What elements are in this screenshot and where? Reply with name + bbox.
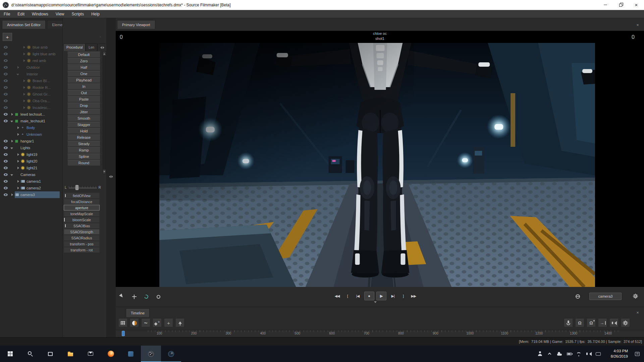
timeline-close-icon[interactable]: × [635,310,640,315]
visibility-eye-icon[interactable] [2,64,9,71]
timeline-tool-button[interactable] [587,319,596,327]
visibility-eye-icon[interactable] [2,144,9,151]
close-button[interactable]: × [629,0,644,10]
collapse-right-icon[interactable] [111,175,114,178]
taskbar-app-button[interactable] [121,346,141,362]
tree-item[interactable]: Oba Ora... [0,98,62,104]
timeline-tool-button[interactable] [575,319,584,327]
transport-caret-icon[interactable] [374,301,377,304]
splitter-collapse-icons[interactable] [107,174,115,179]
visibility-eye-icon[interactable] [2,111,9,118]
timeline-tool-button[interactable] [118,319,127,327]
visibility-eye-icon[interactable] [2,118,9,124]
taskbar-app-button[interactable] [40,346,60,362]
visibility-eye-icon[interactable] [2,138,9,144]
taskbar-app-button[interactable] [161,346,181,362]
transport-button[interactable]: ▶▶ [410,292,418,300]
menu-item[interactable]: View [52,10,68,18]
preset-button[interactable]: Ramp [67,147,100,153]
expand-arrow-icon[interactable] [21,46,26,49]
preset-button[interactable]: In [67,83,100,89]
attribute-row[interactable]: focalDistance [64,199,100,204]
tray-icon[interactable] [584,346,593,362]
visibility-eye-icon[interactable] [2,185,9,191]
tree-item[interactable]: light19 [0,151,62,158]
timeline-tool-button[interactable] [164,319,173,327]
taskbar-app-button[interactable] [20,346,40,362]
expand-arrow-icon[interactable] [21,59,26,62]
expand-arrow-icon[interactable] [9,120,14,122]
visibility-eye-icon[interactable] [2,178,9,185]
expand-arrow-icon[interactable] [9,193,14,196]
maximize-button[interactable] [613,0,629,10]
preset-button[interactable]: Paste [67,96,100,102]
visibility-eye-icon[interactable] [2,44,9,51]
visibility-eye-icon[interactable] [2,158,9,165]
transport-button[interactable]: |◀ [354,292,362,300]
attribute-row[interactable]: aperture [64,205,100,210]
presets-scrollbar[interactable] [103,51,106,174]
scroll-down-icon[interactable] [103,170,106,174]
visibility-eye-icon[interactable] [2,98,9,104]
tree-item[interactable]: red amb [0,57,62,64]
camera-selector[interactable]: camera3 [589,293,622,300]
visibility-eye-icon[interactable] [2,71,9,77]
visibility-eye-icon[interactable] [2,51,9,57]
viewport-tool-button[interactable] [118,292,126,301]
visibility-eye-icon[interactable] [2,151,9,158]
menu-item[interactable]: Help [88,10,103,18]
preset-button[interactable]: Hold [67,128,100,134]
expand-arrow-icon[interactable] [15,133,20,136]
tree-item[interactable]: Unknown [0,131,62,138]
transport-button[interactable]: ▶| [389,292,397,300]
expand-arrow-icon[interactable] [9,147,14,149]
menu-item[interactable]: File [0,10,14,18]
viewport-settings-button[interactable] [631,292,640,300]
visibility-eye-icon[interactable] [2,124,9,131]
tree-item[interactable]: Cameras [0,171,62,178]
expand-arrow-icon[interactable] [9,113,14,116]
preset-button[interactable]: One [67,71,100,77]
attribute-row[interactable]: transform - pos [64,241,100,247]
tree-item[interactable]: Interior [0,71,62,77]
tree-item[interactable]: Bravo Bl... [0,77,62,84]
transport-button[interactable]: ] [399,292,407,300]
transport-button[interactable]: ● [364,292,374,300]
visibility-eye-icon[interactable] [2,77,9,84]
expand-arrow-icon[interactable] [15,73,20,75]
collapse-left-icon[interactable] [108,175,111,178]
tree-item[interactable]: camera3 [0,191,62,198]
taskbar-app-button[interactable] [0,346,20,362]
tree-item[interactable]: light20 [0,158,62,165]
expand-arrow-icon[interactable] [21,86,26,89]
tree-item[interactable]: Body [0,124,62,131]
attribute-row[interactable]: transform - rot [64,247,100,253]
tree-item[interactable]: Lights [0,144,62,151]
expand-arrow-icon[interactable] [15,153,20,156]
preset-button[interactable]: Release [67,134,100,140]
viewport-tool-button[interactable] [130,292,139,301]
expand-arrow-icon[interactable] [15,180,20,183]
timeline-tool-button[interactable] [153,319,162,327]
preset-button[interactable]: Default [67,52,100,58]
timeline-playhead[interactable] [122,331,125,336]
timeline-tool-button[interactable] [175,319,184,327]
expand-arrow-icon[interactable] [21,100,26,102]
tree-item[interactable]: camera2 [0,185,62,191]
tab-scroll-left-icon[interactable] [99,46,102,49]
timeline-tool-button[interactable] [609,319,619,327]
tree-item[interactable]: light21 [0,165,62,171]
expand-arrow-icon[interactable] [15,187,20,189]
visibility-eye-icon[interactable] [2,84,9,91]
preset-button[interactable]: Jitter [67,109,100,115]
tree-item[interactable]: male_techsuit1 [0,118,62,124]
taskbar-app-button[interactable] [101,346,121,362]
tray-icon[interactable] [593,346,603,362]
tree-item[interactable]: blue amb [0,44,62,51]
expand-arrow-icon[interactable] [21,79,26,82]
tree-item[interactable]: lewd techsuit... [0,111,62,118]
expand-arrow-icon[interactable] [9,174,14,176]
attribute-row[interactable]: SSAOStrength [64,229,100,235]
taskbar-clock[interactable]: 4:03 PM 8/26/2019 [603,346,631,362]
attribute-row[interactable]: bloomScale [64,217,100,223]
